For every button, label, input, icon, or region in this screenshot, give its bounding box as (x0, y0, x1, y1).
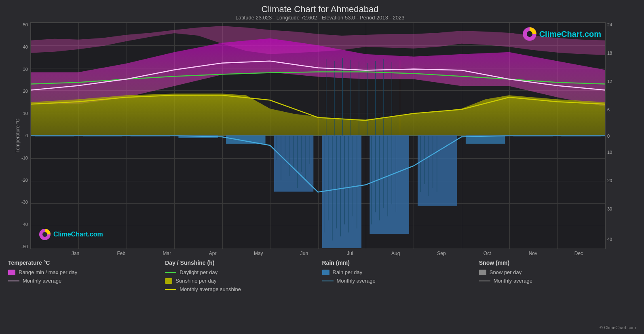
legend-col-temperature: Temperature °C Range min / max per day M… (8, 260, 165, 295)
legend-label-monthly-avg-sunshine: Monthly average sunshine (179, 286, 241, 292)
grid-neg50 (31, 249, 605, 249)
legend-swatch-rain (322, 270, 329, 275)
legend-title-rain: Rain (mm) (322, 260, 479, 266)
svg-point-44 (526, 31, 532, 37)
month-jul: Jul (327, 251, 373, 256)
legend-label-monthly-avg-snow: Monthly average (494, 278, 532, 284)
legend-item-range: Range min / max per day (8, 269, 165, 275)
chart-area: ClimeChart.com ClimeChart.com (30, 22, 606, 249)
logo-top-right: ClimeChart.com (522, 27, 601, 41)
chart-title: Climate Chart for Ahmedabad (4, 4, 636, 15)
rain-bar-jun (274, 135, 313, 192)
legend-title-temperature: Temperature °C (8, 260, 165, 266)
legend-col-rain: Rain (mm) Rain per day Monthly average (322, 260, 479, 295)
monthly-avg-rain-line (31, 136, 605, 192)
logo-bottom-left: ClimeChart.com (39, 228, 103, 240)
legend-item-monthly-avg-temp: Monthly average (8, 278, 165, 284)
legend-line-monthly-avg-snow (479, 281, 490, 281)
month-oct: Oct (465, 251, 510, 256)
legend-label-monthly-avg-temp: Monthly average (23, 278, 61, 284)
logo-text-bottom: ClimeChart.com (53, 231, 103, 238)
month-sep: Sep (418, 251, 464, 256)
month-apr: Apr (190, 251, 236, 256)
month-jan: Jan (53, 251, 98, 256)
legend-item-daylight: Daylight per day (165, 269, 322, 275)
month-feb: Feb (98, 251, 144, 256)
y-axis-left: 50 40 30 20 10 0 -10 -20 -30 -40 -50 (12, 22, 30, 249)
y-axis-right: 24 18 12 6 0 10 20 30 40 (606, 22, 626, 249)
legend-item-monthly-avg-sunshine: Monthly average sunshine (165, 286, 322, 292)
rain-bar-jul (322, 135, 361, 248)
legend-title-snow: Snow (mm) (479, 260, 636, 266)
month-aug: Aug (373, 251, 418, 256)
legend-line-monthly-avg-temp (8, 281, 19, 281)
legend-item-monthly-avg-rain: Monthly average (322, 278, 479, 284)
legend-label-range: Range min / max per day (19, 269, 77, 275)
legend-col-snow: Snow (mm) Snow per day Monthly average (479, 260, 636, 295)
legend-area: Temperature °C Range min / max per day M… (8, 260, 636, 295)
legend-swatch-snow (479, 270, 486, 275)
legend-line-monthly-avg-sunshine (165, 289, 176, 290)
logo-icon-top (522, 27, 537, 41)
logo-icon-bottom (39, 228, 51, 240)
legend-item-monthly-avg-snow: Monthly average (479, 278, 636, 284)
rain-bar-sep (418, 135, 457, 206)
legend-line-monthly-avg-rain (322, 281, 334, 281)
month-jun: Jun (281, 251, 327, 256)
main-container: Climate Chart for Ahmedabad Latitude 23.… (0, 0, 644, 334)
legend-item-sunshine-bar: Sunshine per day (165, 278, 322, 284)
legend-item-snow-bar: Snow per day (479, 269, 636, 275)
legend-item-rain-bar: Rain per day (322, 269, 479, 275)
legend-swatch-range (8, 270, 15, 275)
legend-label-rain: Rain per day (333, 269, 363, 275)
title-area: Climate Chart for Ahmedabad Latitude 23.… (4, 4, 636, 21)
chart-svg (31, 23, 605, 249)
legend-label-sunshine: Sunshine per day (175, 278, 216, 284)
month-may: May (236, 251, 281, 256)
copyright: © ClimeChart.com (600, 325, 636, 330)
rain-bar-may (226, 135, 265, 144)
logo-text-top: ClimeChart.com (539, 30, 601, 39)
y-axis-right-labels: Day / Sunshine (h) Rain / Snow (mm) (626, 22, 636, 249)
legend-line-daylight (165, 272, 176, 273)
svg-point-42 (42, 232, 47, 237)
legend-label-daylight: Daylight per day (179, 269, 217, 275)
legend-swatch-sunshine (165, 278, 172, 284)
month-mar: Mar (144, 251, 190, 256)
month-dec: Dec (556, 251, 602, 256)
month-nov: Nov (510, 251, 556, 256)
legend-title-sunshine: Day / Sunshine (h) (165, 260, 322, 266)
legend-col-sunshine: Day / Sunshine (h) Daylight per day Suns… (165, 260, 322, 295)
x-axis: Jan Feb Mar Apr May Jun Jul Aug Sep Oct … (53, 249, 602, 256)
chart-subtitle: Latitude 23.023 - Longitude 72.602 - Ele… (4, 15, 636, 21)
legend-label-snow: Snow per day (490, 269, 522, 275)
legend-label-monthly-avg-rain: Monthly average (337, 278, 376, 284)
